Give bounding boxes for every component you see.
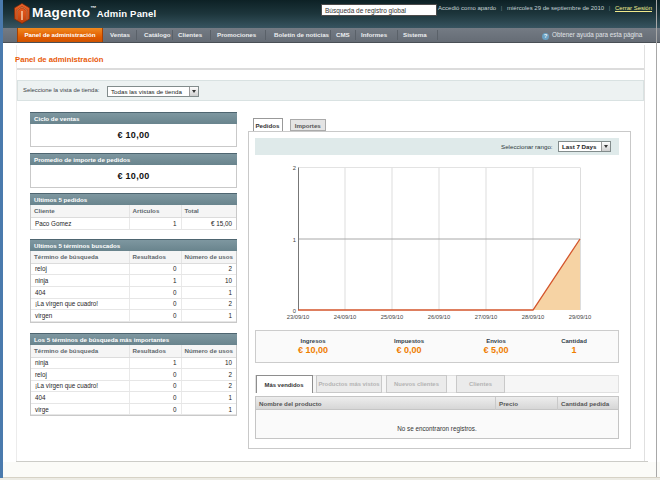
svg-text:23/09/10: 23/09/10 [287,314,310,320]
svg-text:1: 1 [293,237,296,243]
svg-text:29/09/10: 29/09/10 [569,314,592,320]
svg-text:0: 0 [293,308,296,314]
svg-text:25/09/10: 25/09/10 [381,314,404,320]
svg-text:24/09/10: 24/09/10 [334,314,357,320]
svg-text:2: 2 [293,165,296,171]
svg-text:26/09/10: 26/09/10 [428,314,451,320]
svg-text:28/09/10: 28/09/10 [522,314,545,320]
svg-text:27/09/10: 27/09/10 [475,314,498,320]
